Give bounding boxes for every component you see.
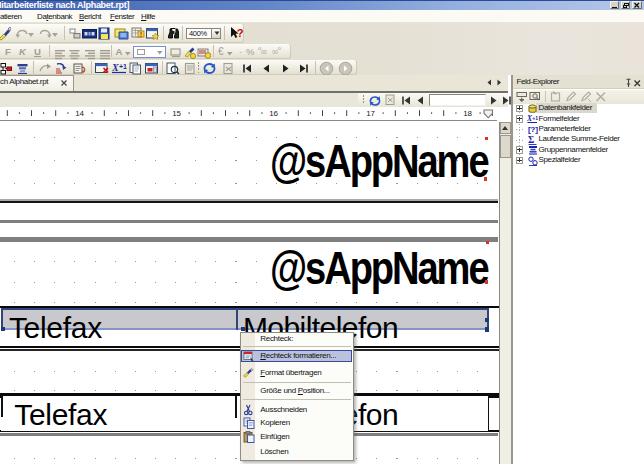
svg-text:Σ: Σ — [528, 135, 534, 145]
svg-text:!: ! — [140, 30, 143, 39]
svg-text:[?]: [?] — [527, 125, 538, 134]
svg-text:X: X — [112, 62, 119, 73]
svg-text:16: 16 — [269, 109, 278, 118]
svg-text:?: ? — [237, 27, 244, 39]
svg-text:+1: +1 — [532, 115, 538, 121]
svg-text:17: 17 — [366, 109, 375, 118]
svg-text:15: 15 — [172, 109, 181, 118]
svg-text:18: 18 — [463, 109, 472, 118]
svg-text:+1: +1 — [119, 63, 127, 70]
svg-text:14: 14 — [75, 109, 84, 118]
